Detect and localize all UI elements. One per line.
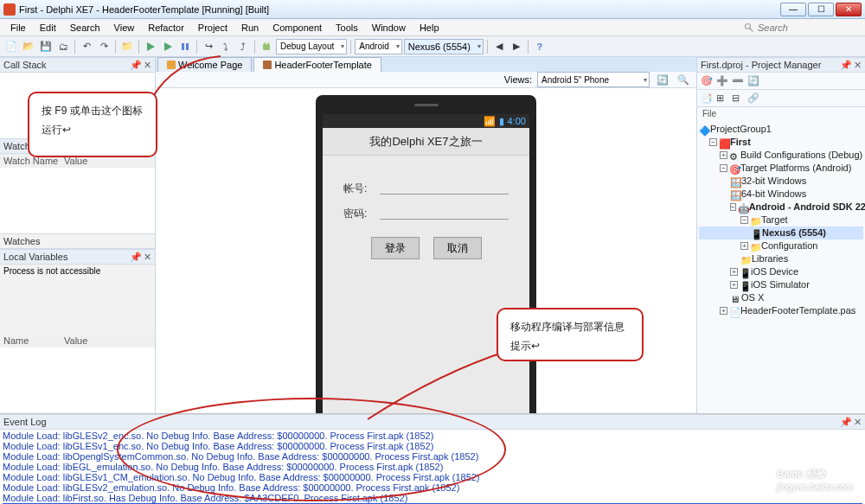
battery-icon: ▮ — [499, 116, 504, 127]
folder-icon[interactable]: 📁 — [119, 39, 135, 54]
menu-search[interactable]: Search — [63, 21, 107, 35]
svg-point-8 — [267, 42, 269, 44]
tab-welcome[interactable]: Welcome Page — [157, 57, 252, 72]
menu-help[interactable]: Help — [413, 21, 446, 35]
pin-icon[interactable]: 📌 — [840, 417, 852, 428]
search-input[interactable] — [758, 22, 862, 33]
event-log-panel: Event Log📌✕ Module Load: libGLESv2_enc.s… — [0, 413, 865, 504]
minimize-button[interactable]: — — [780, 3, 806, 16]
title-bar: First - Delphi XE7 - HeaderFooterTemplat… — [0, 0, 865, 19]
svg-rect-5 — [186, 43, 189, 50]
step-out-icon[interactable]: ⤴ — [235, 39, 251, 54]
open-icon[interactable]: 📂 — [21, 39, 36, 54]
close-icon[interactable]: ✕ — [144, 252, 151, 263]
locals-msg: Process is not accessible — [0, 265, 155, 334]
cancel-button[interactable]: 取消 — [433, 237, 482, 259]
watches-tab[interactable]: Watches — [0, 233, 155, 249]
log-line[interactable]: Module Load: libFirst.so. Has Debug Info… — [3, 493, 862, 503]
event-log-title: Event Log — [3, 417, 47, 427]
fwd-icon[interactable]: ▶ — [509, 39, 524, 54]
pin-icon[interactable]: 📌 — [840, 60, 852, 71]
window-title: First - Delphi XE7 - HeaderFooterTemplat… — [19, 4, 780, 15]
remove-icon[interactable]: ➖ — [732, 75, 744, 87]
expand-icon[interactable]: ⊞ — [716, 93, 728, 105]
project-tree[interactable]: 🔷ProjectGroup1 −🟥First +⚙Build Configura… — [697, 120, 865, 320]
menu-component[interactable]: Component — [266, 21, 329, 35]
menu-window[interactable]: Window — [365, 21, 413, 35]
new-proj-icon[interactable]: ➕ — [716, 75, 728, 87]
svg-point-7 — [264, 42, 266, 44]
file-label: File — [697, 107, 865, 120]
close-icon[interactable]: ✕ — [144, 60, 151, 71]
rotate-icon[interactable]: 🔄 — [655, 72, 670, 87]
home-icon — [167, 61, 176, 69]
pin-icon[interactable]: 📌 — [130, 60, 142, 71]
close-icon[interactable]: ✕ — [854, 417, 862, 428]
close-icon[interactable]: ✕ — [854, 60, 862, 71]
save-icon[interactable]: 💾 — [38, 39, 54, 54]
svg-point-0 — [746, 23, 751, 29]
views-combo[interactable]: Android 5" Phone — [537, 72, 650, 87]
step-over-icon[interactable]: ↪ — [201, 39, 216, 54]
back-icon[interactable]: ◀ — [491, 39, 507, 54]
pause-icon[interactable] — [177, 39, 193, 54]
sort-icon[interactable]: 📑 — [701, 93, 713, 105]
menu-bar: File Edit Search View Refactor Project R… — [0, 19, 865, 36]
menu-run[interactable]: Run — [234, 21, 266, 35]
undo-icon[interactable]: ↶ — [79, 39, 94, 54]
callout-run: 按 F9 或单击这个图标运行↩ — [28, 92, 157, 157]
step-into-icon[interactable]: ⤵ — [218, 39, 234, 54]
app-icon — [3, 3, 16, 16]
new-icon[interactable]: 📄 — [3, 39, 19, 54]
account-input[interactable] — [380, 194, 509, 195]
run-icon[interactable] — [143, 39, 158, 54]
login-button[interactable]: 登录 — [371, 237, 420, 259]
android-icon — [259, 39, 274, 54]
svg-rect-6 — [263, 44, 270, 50]
log-line[interactable]: Module Load: libGLESv2_enc.so. No Debug … — [3, 431, 862, 441]
zoom-icon[interactable]: 🔍 — [676, 72, 691, 87]
log-line[interactable]: Module Load: libOpenglSystemCommon.so. N… — [3, 451, 862, 462]
collapse-icon[interactable]: ⊟ — [732, 93, 744, 105]
pm-toolbar2: 📑 ⊞ ⊟ 🔗 — [697, 90, 865, 107]
event-log-list[interactable]: Module Load: libGLESv2_enc.so. No Debug … — [0, 430, 865, 504]
callout-deploy: 移动程序编译与部署信息提示↩ — [497, 308, 644, 361]
layout-combo[interactable]: Debug Layout — [276, 39, 347, 54]
svg-marker-3 — [164, 42, 172, 51]
close-button[interactable]: ✕ — [836, 3, 862, 16]
log-line[interactable]: Module Load: libGLESv1_enc.so. No Debug … — [3, 441, 862, 451]
redo-icon[interactable]: ↷ — [96, 39, 112, 54]
menu-edit[interactable]: Edit — [33, 21, 63, 35]
target-combo[interactable]: Android — [355, 39, 401, 54]
menu-file[interactable]: File — [3, 21, 33, 35]
run-no-debug-icon[interactable] — [160, 39, 176, 54]
help-icon[interactable]: ? — [532, 39, 548, 54]
svg-rect-4 — [182, 43, 184, 50]
refresh-icon[interactable]: 🔄 — [747, 75, 759, 87]
log-line[interactable]: Module Load: libGLESv1_CM_emulation.so. … — [3, 472, 862, 482]
log-line[interactable]: Module Load: libGLESv2_emulation.so. No … — [3, 482, 862, 493]
clock: 4:00 — [508, 116, 526, 126]
locals-columns: NameValue — [0, 334, 155, 348]
log-line[interactable]: Module Load: libEGL_emulation.so. No Deb… — [3, 462, 862, 472]
menu-project[interactable]: Project — [191, 21, 234, 35]
search-icon — [744, 22, 754, 33]
label-password: 密码: — [343, 207, 378, 221]
save-all-icon[interactable]: 🗂 — [55, 39, 71, 54]
sync-icon[interactable]: 🔗 — [747, 93, 759, 105]
menu-view[interactable]: View — [107, 21, 142, 35]
menu-tools[interactable]: Tools — [329, 21, 365, 35]
watermark: Baidu 经验 jingyan.baidu.com — [777, 460, 853, 492]
device-combo[interactable]: Nexus6 (5554) — [404, 39, 484, 54]
phone-preview: 📶 ▮ 4:00 我的Delphi XE7之旅一 帐号: 密码: 登录 取消 — [316, 95, 536, 441]
phone-statusbar: 📶 ▮ 4:00 — [323, 114, 529, 128]
callstack-header: Call Stack📌✕ — [0, 57, 155, 73]
password-input[interactable] — [380, 219, 509, 220]
tab-headerfooter[interactable]: HeaderFooterTemplate — [253, 57, 381, 72]
pin-icon[interactable]: 📌 — [130, 252, 142, 263]
maximize-button[interactable]: ☐ — [808, 3, 834, 16]
menu-refactor[interactable]: Refactor — [141, 21, 191, 35]
activate-icon[interactable]: 🎯 — [701, 75, 713, 87]
signal-icon: 📶 — [484, 116, 496, 127]
project-manager-header: First.dproj - Project Manager📌✕ — [697, 57, 865, 73]
